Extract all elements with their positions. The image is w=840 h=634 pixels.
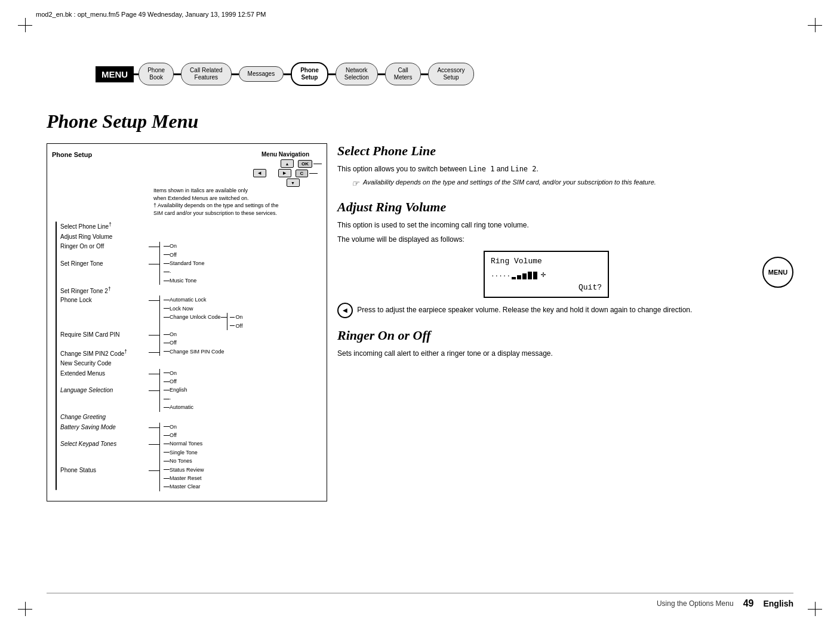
nav-item-accessory[interactable]: AccessorySetup <box>428 63 473 85</box>
diagram-item-sim-pin2: Change SIM PIN2 Code† Change SIM PIN Cod… <box>60 347 322 358</box>
diagram-item-sim-pin: Require SIM Card PIN On Off <box>60 330 322 347</box>
menu-nav-section: Menu Navigation ▲ OK ◀ ▶ C <box>249 151 322 187</box>
header-text: mod2_en.bk : opt_menu.fm5 Page 49 Wednes… <box>36 11 804 18</box>
menu-circle: MENU <box>762 257 793 288</box>
diagram-item-greeting: Change Greeting <box>60 412 322 423</box>
section-text-2b: The volume will be displayed as follows: <box>337 234 793 245</box>
footer-language: English <box>763 599 793 608</box>
ring-vol-quit: Quit? <box>491 283 602 292</box>
diagram-item-set-ringer-tone: Set Ringer Tone Standard Tone · Music To… <box>60 259 322 285</box>
diagram-item-phone-status: Phone Status Status Review Master Reset … <box>60 466 322 491</box>
crosshair-top-right <box>808 18 822 32</box>
diagram-item-extended: Extended Menus On Off <box>60 369 322 386</box>
press-button-icon: ◀ <box>337 303 353 318</box>
section-title-1: Select Phone Line <box>337 143 793 159</box>
ring-vol-title: Ring Volume <box>491 257 602 266</box>
crosshair-bottom-left <box>18 602 32 616</box>
menu-label: MENU <box>96 66 134 82</box>
section-title-2: Adjust Ring Volume <box>337 199 793 215</box>
footer: Using the Options Menu 49 English <box>47 593 793 609</box>
section-title-3: Ringer On or Off <box>337 328 793 343</box>
diagram-item-language: Language Selection English · Automatic <box>60 386 322 411</box>
menu-nav-title: Menu Navigation <box>249 151 322 158</box>
diagram-item-ringer: Ringer On or Off On Off <box>60 242 322 259</box>
content-area: Select Phone Line This option allows you… <box>337 143 793 368</box>
diagram-title: Phone Setup <box>52 151 92 158</box>
crosshair-top-left <box>18 18 32 32</box>
nav-item-call-meters[interactable]: CallMeters <box>385 63 421 85</box>
note-icon-1: ☞ <box>352 178 359 190</box>
diagram-item-ringer-tone2: Set Ringer Tone 2† <box>60 285 322 296</box>
ring-volume-display: Ring Volume ····· ✛ Quit? <box>484 251 609 298</box>
diagram-notes: Items shown in Italics are available onl… <box>153 187 322 217</box>
diagram-item-security: New Security Code <box>60 358 322 369</box>
section-text-2c: ◀ Press to adjust the earpiece speaker v… <box>337 303 793 318</box>
nav-item-messages[interactable]: Messages <box>239 66 284 82</box>
ok-button: OK <box>298 160 312 168</box>
nav-item-call-related[interactable]: Call RelatedFeatures <box>181 63 231 85</box>
section-text-1a: This option allows you to switch between… <box>337 164 793 174</box>
diagram-area: Phone Setup Menu Navigation ▲ OK ◀ ▶ <box>47 143 327 501</box>
nav-menu: MENU PhoneBook Call RelatedFeatures Mess… <box>96 53 792 96</box>
section-select-phone-line: Select Phone Line This option allows you… <box>337 143 793 190</box>
section-ringer-on-off: Ringer On or Off Sets incoming call aler… <box>337 328 793 359</box>
diagram-items-list: Select Phone Line† Adjust Ring Volume Ri… <box>56 220 322 491</box>
section-adjust-ring: Adjust Ring Volume This option is used t… <box>337 199 793 318</box>
section-text-3a: Sets incoming call alert to either a rin… <box>337 348 793 359</box>
diagram-item-select-phone-line: Select Phone Line† <box>60 220 322 231</box>
nav-item-phonebook[interactable]: PhoneBook <box>139 63 174 85</box>
nav-item-phone-setup[interactable]: PhoneSetup <box>291 62 328 86</box>
footer-page-number: 49 <box>743 598 754 609</box>
diagram-item-keypad: Select Keypad Tones Normal Tones Single … <box>60 439 322 465</box>
ring-vol-bars: ····· ✛ <box>491 269 602 279</box>
page-title: Phone Setup Menu <box>47 110 198 133</box>
section-text-2a: This option is used to set the incoming … <box>337 220 793 230</box>
c-button: C <box>296 170 309 177</box>
section-note-1: ☞ Availability depends on the type and s… <box>352 178 793 190</box>
diagram-item-battery: Battery Saving Mode On Off <box>60 423 322 440</box>
diagram-item-phone-lock: Phone Lock Automatic Lock Lock Now Chang… <box>60 296 322 330</box>
diagram-item-adjust-ring: Adjust Ring Volume <box>60 231 322 242</box>
nav-item-network[interactable]: NetworkSelection <box>336 63 378 85</box>
footer-using-text: Using the Options Menu <box>657 599 734 608</box>
crosshair-bottom-right <box>808 602 822 616</box>
